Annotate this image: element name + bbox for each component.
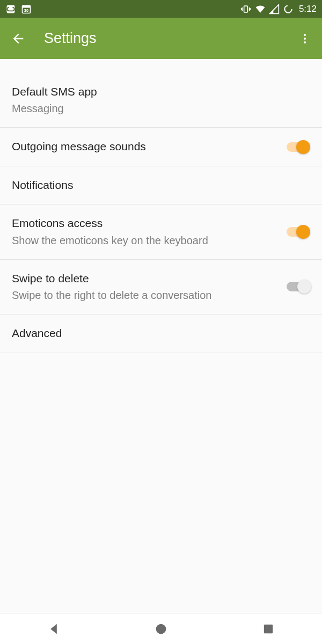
status-right: 5:12 [240, 4, 317, 14]
svg-point-8 [304, 41, 306, 43]
page-title: Settings [44, 30, 298, 47]
svg-point-7 [304, 38, 306, 40]
setting-subtitle: Messaging [12, 101, 310, 116]
calendar-icon: 30 [21, 4, 32, 14]
setting-advanced[interactable]: Advanced [0, 314, 322, 353]
signal-icon [269, 4, 280, 14]
svg-point-5 [284, 5, 291, 12]
settings-list: Default SMS app Messaging Outgoing messa… [0, 73, 322, 353]
vibrate-icon [240, 4, 252, 14]
setting-default-sms[interactable]: Default SMS app Messaging [0, 73, 322, 128]
setting-subtitle: Show the emoticons key on the keyboard [12, 233, 276, 248]
voicemail-icon [5, 4, 16, 14]
status-left: 30 [5, 4, 32, 14]
emoticons-toggle[interactable] [284, 224, 310, 239]
status-time: 5:12 [299, 4, 317, 14]
svg-rect-10 [264, 624, 273, 633]
setting-swipe-delete[interactable]: Swipe to delete Swipe to the right to de… [0, 260, 322, 314]
setting-title: Outgoing message sounds [12, 138, 276, 155]
setting-title: Advanced [12, 325, 310, 341]
setting-title: Swipe to delete [12, 270, 276, 287]
setting-title: Default SMS app [12, 84, 310, 100]
back-arrow-icon[interactable] [11, 31, 26, 46]
outgoing-sounds-toggle[interactable] [284, 140, 310, 155]
setting-title: Emoticons access [12, 215, 276, 231]
overflow-menu-icon[interactable] [298, 32, 311, 45]
setting-subtitle: Swipe to the right to delete a conversat… [12, 288, 276, 303]
spinner-icon [283, 4, 294, 14]
status-bar: 30 5:12 [0, 0, 322, 18]
nav-back-icon[interactable] [46, 621, 61, 636]
navigation-bar [0, 613, 322, 644]
setting-notifications[interactable]: Notifications [0, 166, 322, 204]
svg-point-6 [304, 34, 306, 36]
wifi-icon [255, 4, 266, 14]
svg-rect-0 [7, 5, 15, 13]
spacer [0, 59, 322, 73]
setting-emoticons[interactable]: Emoticons access Show the emoticons key … [0, 204, 322, 259]
nav-home-icon[interactable] [153, 621, 169, 636]
svg-point-9 [156, 624, 166, 634]
setting-title: Notifications [12, 177, 310, 193]
svg-text:30: 30 [24, 8, 28, 13]
svg-rect-2 [23, 5, 31, 8]
app-bar: Settings [0, 18, 322, 59]
nav-recent-icon[interactable] [261, 621, 276, 636]
setting-outgoing-sounds[interactable]: Outgoing message sounds [0, 128, 322, 166]
swipe-delete-toggle[interactable] [284, 279, 310, 294]
svg-rect-4 [244, 6, 248, 12]
